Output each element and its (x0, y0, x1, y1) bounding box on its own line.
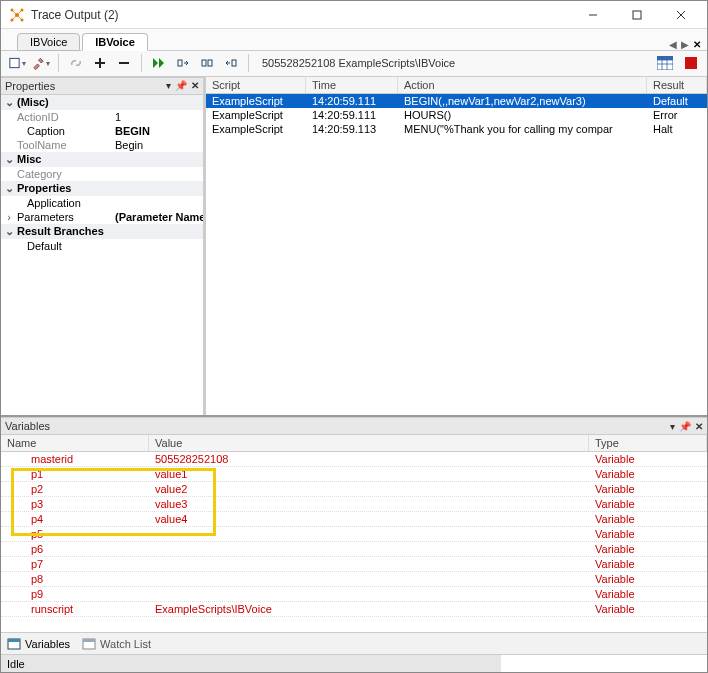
variables-tab[interactable]: Variables (7, 637, 70, 651)
toolbar-path-text: 505528252108 ExampleScripts\IBVoice (262, 57, 455, 69)
variable-row[interactable]: p1value1Variable (1, 467, 707, 482)
svg-rect-17 (83, 639, 95, 642)
remove-button[interactable] (114, 53, 134, 73)
variable-row[interactable]: p2value2Variable (1, 482, 707, 497)
property-row[interactable]: ⌄(Misc) (1, 95, 203, 110)
svg-rect-7 (178, 60, 182, 66)
svg-rect-13 (685, 57, 697, 69)
step-over-button[interactable] (197, 53, 217, 73)
maximize-button[interactable] (615, 1, 659, 29)
variable-row[interactable]: p6Variable (1, 542, 707, 557)
svg-rect-12 (657, 56, 673, 60)
property-row[interactable]: Category (1, 167, 203, 181)
properties-grid[interactable]: ⌄(Misc)ActionID1CaptionBEGINToolNameBegi… (1, 95, 203, 416)
variable-row[interactable]: p9Variable (1, 587, 707, 602)
tools-button[interactable]: ▾ (31, 53, 51, 73)
properties-header: Properties ▾ 📌 ✕ (1, 77, 203, 95)
new-button[interactable]: ▾ (7, 53, 27, 73)
link-button[interactable] (66, 53, 86, 73)
col-header[interactable]: Time (306, 77, 398, 93)
tab[interactable]: IBVoice (82, 33, 148, 51)
record-icon[interactable] (681, 53, 701, 73)
variables-header: Variables ▾ 📌 ✕ (1, 417, 707, 435)
grid-icon[interactable] (655, 53, 675, 73)
panel-menu-icon[interactable]: ▾ (670, 421, 675, 432)
titlebar: Trace Output (2) (1, 1, 707, 29)
panel-close-icon[interactable]: ✕ (695, 421, 703, 432)
variable-row[interactable]: masterid505528252108Variable (1, 452, 707, 467)
property-row[interactable]: ToolNameBegin (1, 138, 203, 152)
properties-panel: Properties ▾ 📌 ✕ ⌄(Misc)ActionID1Caption… (1, 77, 206, 416)
panel-close-icon[interactable]: ✕ (191, 80, 199, 91)
variable-row[interactable]: p4value4Variable (1, 512, 707, 527)
svg-rect-5 (633, 11, 641, 19)
variable-row[interactable]: runscriptExampleScripts\IBVoiceVariable (1, 602, 707, 617)
svg-rect-9 (208, 60, 212, 66)
svg-rect-8 (202, 60, 206, 66)
variables-panel: Variables ▾ 📌 ✕ Name Value Type masterid… (1, 416, 707, 632)
tab-next-icon[interactable]: ▶ (681, 39, 689, 50)
property-row[interactable]: ⌄Properties (1, 181, 203, 196)
panel-menu-icon[interactable]: ▾ (166, 80, 171, 91)
app-icon (9, 7, 25, 23)
variable-row[interactable]: p8Variable (1, 572, 707, 587)
status-text: Idle (1, 655, 501, 672)
svg-rect-6 (10, 59, 19, 68)
add-button[interactable] (90, 53, 110, 73)
variable-row[interactable]: p7Variable (1, 557, 707, 572)
step-in-button[interactable] (173, 53, 193, 73)
main-area: Properties ▾ 📌 ✕ ⌄(Misc)ActionID1Caption… (1, 77, 707, 417)
col-header[interactable]: Action (398, 77, 647, 93)
trace-header-row: Script Time Action Result (206, 77, 707, 94)
status-bar: Idle (1, 654, 707, 672)
svg-rect-15 (8, 639, 20, 642)
property-row[interactable]: ›Parameters(Parameter Name (1, 210, 203, 224)
variable-row[interactable]: p3value3Variable (1, 497, 707, 512)
property-row[interactable]: ⌄Result Branches (1, 224, 203, 239)
panel-pin-icon[interactable]: 📌 (679, 421, 691, 432)
property-row[interactable]: ⌄Misc (1, 152, 203, 167)
trace-row[interactable]: ExampleScript14:20:59.113MENU("%Thank yo… (206, 122, 707, 136)
tab-prev-icon[interactable]: ◀ (669, 39, 677, 50)
variables-grid[interactable]: masterid505528252108Variablep1value1Vari… (1, 452, 707, 632)
col-header[interactable]: Type (589, 435, 707, 451)
toolbar: ▾ ▾ 505528252108 ExampleScripts\IBVoice (1, 51, 707, 77)
col-header[interactable]: Script (206, 77, 306, 93)
window-title: Trace Output (2) (31, 8, 571, 22)
watchlist-tab[interactable]: Watch List (82, 637, 151, 651)
trace-row[interactable]: ExampleScript14:20:59.111BEGIN(,,newVar1… (206, 94, 707, 108)
variables-header-row: Name Value Type (1, 435, 707, 452)
trace-row[interactable]: ExampleScript14:20:59.111HOURS()Error (206, 108, 707, 122)
tab-close-icon[interactable]: ✕ (693, 39, 701, 50)
tabs-row: IBVoice IBVoice ◀ ▶ ✕ (1, 29, 707, 51)
step-out-button[interactable] (221, 53, 241, 73)
col-header[interactable]: Name (1, 435, 149, 451)
property-row[interactable]: ActionID1 (1, 110, 203, 124)
variable-row[interactable]: p5Variable (1, 527, 707, 542)
tab[interactable]: IBVoice (17, 33, 80, 51)
run-button[interactable] (149, 53, 169, 73)
property-row[interactable]: CaptionBEGIN (1, 124, 203, 138)
property-row[interactable]: Default (1, 239, 203, 253)
col-header[interactable]: Result (647, 77, 707, 93)
variables-tab-icon (7, 637, 21, 651)
svg-rect-10 (232, 60, 236, 66)
watchlist-tab-icon (82, 637, 96, 651)
trace-body[interactable]: ExampleScript14:20:59.111BEGIN(,,newVar1… (206, 94, 707, 416)
trace-panel: Script Time Action Result ExampleScript1… (206, 77, 707, 416)
col-header[interactable]: Value (149, 435, 589, 451)
panel-pin-icon[interactable]: 📌 (175, 80, 187, 91)
bottom-tabs: Variables Watch List (1, 632, 707, 654)
property-row[interactable]: Application (1, 196, 203, 210)
close-button[interactable] (659, 1, 703, 29)
minimize-button[interactable] (571, 1, 615, 29)
